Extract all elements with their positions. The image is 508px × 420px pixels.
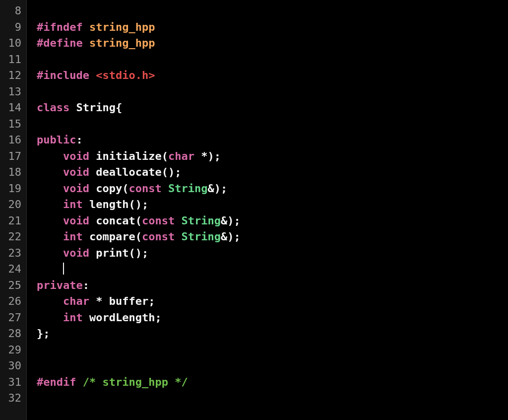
- code-token: [37, 311, 63, 324]
- code-token: [162, 182, 168, 195]
- code-token: const: [142, 214, 175, 227]
- line-number: 19: [0, 181, 26, 197]
- line-number: 11: [0, 52, 26, 68]
- code-token: void: [63, 182, 89, 195]
- code-token: void: [63, 247, 89, 259]
- code-line[interactable]: #ifndef string_hpp: [37, 19, 241, 36]
- code-token: copy(: [89, 182, 128, 195]
- line-number: 29: [0, 342, 26, 358]
- code-token: public: [37, 134, 76, 146]
- code-token: * buffer;: [89, 295, 155, 307]
- code-line[interactable]: private:: [37, 278, 241, 294]
- code-line[interactable]: [37, 390, 241, 407]
- code-token: [37, 150, 63, 162]
- code-line[interactable]: #define string_hpp: [37, 35, 241, 52]
- code-line[interactable]: #endif /* string_hpp */: [37, 374, 241, 391]
- code-token: [37, 198, 63, 210]
- line-number: 8: [0, 3, 26, 19]
- code-token: int: [63, 311, 83, 324]
- code-line[interactable]: void print();: [37, 245, 241, 262]
- code-area[interactable]: #ifndef string_hpp#define string_hpp#inc…: [27, 0, 241, 420]
- line-number: 32: [0, 390, 26, 407]
- code-token: [89, 69, 96, 81]
- code-token: length();: [83, 198, 148, 210]
- code-token: char: [63, 295, 89, 307]
- line-number: 13: [0, 84, 26, 100]
- code-line[interactable]: void deallocate();: [37, 164, 241, 181]
- code-line[interactable]: int length();: [37, 197, 241, 213]
- code-line[interactable]: [37, 261, 241, 278]
- code-token: String: [181, 214, 220, 227]
- code-token: void: [63, 150, 89, 162]
- code-line[interactable]: char * buffer;: [37, 293, 241, 310]
- line-number: 21: [0, 213, 26, 229]
- code-token: [37, 230, 63, 243]
- code-token: #endif: [37, 376, 76, 388]
- code-token: [37, 295, 63, 307]
- code-token: /* string_hpp */: [83, 376, 188, 388]
- code-token: char: [168, 150, 194, 162]
- code-line[interactable]: void initialize(char *);: [37, 148, 241, 165]
- line-number: 10: [0, 35, 26, 52]
- code-line[interactable]: [37, 358, 241, 374]
- code-editor: 8910111213141516171819202122232425262728…: [0, 0, 508, 420]
- code-token: const: [142, 230, 175, 243]
- code-token: [37, 182, 63, 195]
- code-line[interactable]: public:: [37, 132, 241, 148]
- code-token: const: [128, 182, 161, 195]
- code-line[interactable]: [37, 116, 241, 133]
- code-line[interactable]: #include <stdio.h>: [37, 68, 241, 84]
- code-token: <stdio.h>: [96, 69, 155, 81]
- code-token: &);: [221, 230, 241, 243]
- line-number: 17: [0, 148, 26, 165]
- line-number: 12: [0, 68, 26, 84]
- code-token: [175, 230, 181, 243]
- code-line[interactable]: int compare(const String&);: [37, 229, 241, 245]
- code-line[interactable]: [37, 3, 241, 19]
- line-number: 22: [0, 229, 26, 245]
- code-token: String: [181, 230, 220, 243]
- code-token: [37, 263, 63, 275]
- code-token: string_hpp: [89, 37, 155, 49]
- code-token: print();: [89, 247, 148, 259]
- code-token: compare(: [83, 230, 142, 243]
- code-line[interactable]: };: [37, 326, 241, 342]
- line-number: 16: [0, 132, 26, 148]
- line-number: 9: [0, 19, 26, 36]
- line-number: 27: [0, 310, 26, 326]
- code-token: private: [37, 279, 83, 291]
- code-token: string_hpp: [89, 21, 155, 33]
- code-token: concat(: [89, 214, 142, 227]
- code-token: &);: [207, 182, 227, 195]
- code-line[interactable]: [37, 52, 241, 68]
- code-token: #ifndef: [37, 21, 83, 33]
- code-token: #define: [37, 37, 83, 49]
- code-token: [83, 21, 89, 33]
- line-number: 18: [0, 164, 26, 181]
- line-number: 31: [0, 374, 26, 391]
- text-cursor: [63, 263, 64, 275]
- code-line[interactable]: void concat(const String&);: [37, 213, 241, 229]
- code-token: void: [63, 166, 89, 178]
- line-number: 30: [0, 358, 26, 374]
- code-token: String{: [69, 101, 122, 114]
- code-line[interactable]: void copy(const String&);: [37, 181, 241, 197]
- line-number: 28: [0, 326, 26, 342]
- code-token: [83, 37, 89, 49]
- code-token: #include: [37, 69, 89, 81]
- code-line[interactable]: int wordLength;: [37, 310, 241, 326]
- code-token: deallocate();: [89, 166, 181, 178]
- line-number: 23: [0, 245, 26, 262]
- code-line[interactable]: [37, 342, 241, 358]
- code-token: [37, 247, 63, 259]
- code-token: int: [63, 198, 83, 210]
- code-line[interactable]: [37, 84, 241, 100]
- line-number: 25: [0, 278, 26, 294]
- code-token: *);: [194, 150, 221, 162]
- line-number-gutter: 8910111213141516171819202122232425262728…: [0, 0, 27, 420]
- line-number: 24: [0, 261, 26, 278]
- code-token: };: [37, 327, 50, 340]
- code-token: &);: [221, 214, 241, 227]
- code-token: int: [63, 230, 83, 243]
- code-line[interactable]: class String{: [37, 100, 241, 116]
